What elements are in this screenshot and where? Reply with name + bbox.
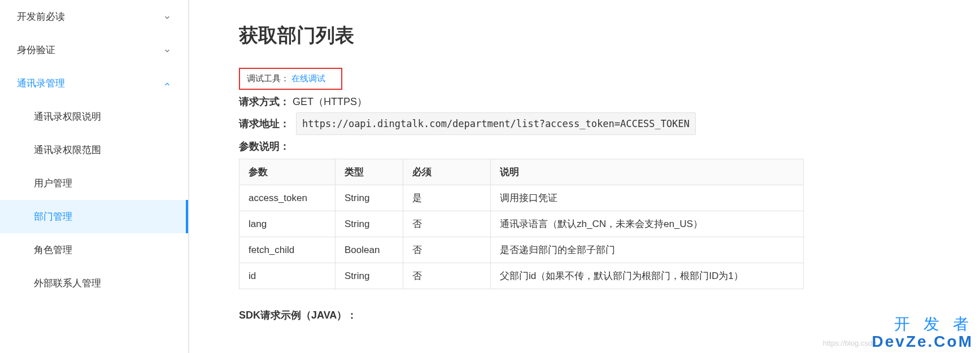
table-row: lang String 否 通讯录语言（默认zh_CN，未来会支持en_US） [239, 211, 804, 237]
sidebar-item-label: 部门管理 [34, 211, 72, 222]
sidebar-sub-role-mgmt[interactable]: 角色管理 [0, 233, 188, 267]
main-content: 获取部门列表 调试工具： 在线调试 请求方式： GET（HTTPS） 请求地址：… [189, 0, 980, 353]
sidebar-sub-ext-contact[interactable]: 外部联系人管理 [0, 267, 188, 300]
td-required: 否 [403, 237, 491, 263]
th-param: 参数 [239, 159, 336, 185]
watermark-line2: DevZe.CoM [872, 333, 973, 351]
td-required: 是 [403, 185, 491, 211]
params-label: 参数说明： [239, 140, 980, 153]
sidebar-item-label: 身份验证 [17, 43, 55, 56]
request-url-row: 请求地址： https://oapi.dingtalk.com/departme… [239, 112, 980, 135]
td-type: String [336, 263, 403, 289]
td-type: String [336, 185, 403, 211]
sidebar-item-label: 角色管理 [34, 245, 72, 255]
sidebar-item-auth[interactable]: 身份验证 [0, 33, 188, 67]
url-value: https://oapi.dingtalk.com/department/lis… [296, 112, 696, 135]
sidebar-item-label: 通讯录权限说明 [34, 111, 101, 122]
td-required: 否 [403, 263, 491, 289]
th-type: 类型 [336, 159, 403, 185]
url-label: 请求地址： [239, 118, 290, 129]
request-method-row: 请求方式： GET（HTTPS） [239, 92, 980, 111]
th-desc: 说明 [491, 159, 804, 185]
debug-link[interactable]: 在线调试 [291, 73, 325, 83]
sidebar-sub-perm-scope[interactable]: 通讯录权限范围 [0, 133, 188, 167]
sidebar-item-label: 开发前必读 [17, 10, 65, 23]
sidebar-sub-user-mgmt[interactable]: 用户管理 [0, 167, 188, 200]
method-value: GET（HTTPS） [293, 96, 367, 107]
debug-label: 调试工具： [247, 73, 289, 83]
td-type: Boolean [336, 237, 403, 263]
debug-tool-row: 调试工具： 在线调试 [239, 68, 342, 90]
method-label: 请求方式： [239, 96, 290, 107]
td-desc: 通讯录语言（默认zh_CN，未来会支持en_US） [491, 211, 804, 237]
table-header-row: 参数 类型 必须 说明 [239, 159, 804, 185]
sidebar-item-dev-guide[interactable]: 开发前必读 [0, 0, 188, 33]
table-row: id String 否 父部门id（如果不传，默认部门为根部门，根部门ID为1） [239, 263, 804, 289]
sidebar-item-contacts[interactable]: 通讯录管理 [0, 67, 188, 100]
sidebar: 开发前必读 身份验证 通讯录管理 通讯录权限说明 通讯录权限范围 用户管理 部门… [0, 0, 189, 353]
sidebar-item-label: 通讯录管理 [17, 77, 65, 90]
sidebar-item-label: 外部联系人管理 [34, 278, 101, 289]
table-row: access_token String 是 调用接口凭证 [239, 185, 804, 211]
sidebar-item-label: 用户管理 [34, 178, 72, 189]
td-desc: 是否递归部门的全部子部门 [491, 237, 804, 263]
td-param: id [239, 263, 336, 289]
page-title: 获取部门列表 [239, 23, 980, 49]
sidebar-sub-perm-desc[interactable]: 通讯录权限说明 [0, 100, 188, 133]
th-required: 必须 [403, 159, 491, 185]
td-param: lang [239, 211, 336, 237]
faint-watermark: https://blog.csdn. [823, 339, 878, 347]
td-desc: 调用接口凭证 [491, 185, 804, 211]
td-param: access_token [239, 185, 336, 211]
sdk-example-label: SDK请求示例（JAVA）： [239, 308, 980, 322]
sidebar-sub-dept-mgmt[interactable]: 部门管理 [0, 200, 188, 233]
chevron-down-icon [163, 13, 171, 21]
td-param: fetch_child [239, 237, 336, 263]
params-table: 参数 类型 必须 说明 access_token String 是 调用接口凭证… [239, 159, 804, 289]
td-required: 否 [403, 211, 491, 237]
chevron-down-icon [163, 46, 171, 54]
chevron-up-icon [163, 80, 171, 88]
td-type: String [336, 211, 403, 237]
td-desc: 父部门id（如果不传，默认部门为根部门，根部门ID为1） [491, 263, 804, 289]
table-row: fetch_child Boolean 否 是否递归部门的全部子部门 [239, 237, 804, 263]
sidebar-item-label: 通讯录权限范围 [34, 145, 101, 155]
